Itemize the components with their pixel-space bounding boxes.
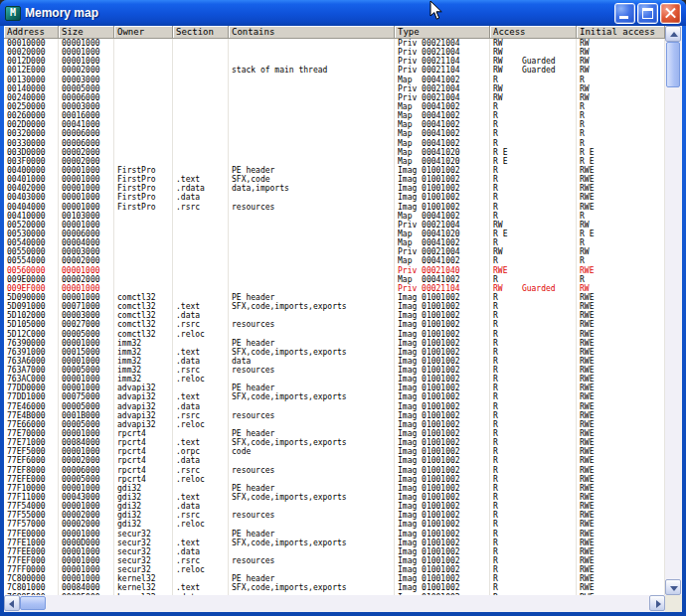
table-row[interactable]: 77EF600000002000rpcrt4.dataImag 01001002… [4,456,665,465]
table-row[interactable]: 77FEE00000001000secur32.dataImag 0100100… [4,547,665,556]
table-row[interactable]: 0040300000001000FirstPro.dataImag 010010… [4,193,665,202]
table-row[interactable]: 77EFE00000005000rpcrt4.relocImag 0100100… [4,475,665,484]
table-row[interactable]: 0024000000006000Priv 00021004RWRW [4,93,665,102]
table-row[interactable]: 0055400000002000Map 00041002RR [4,256,665,265]
table-row[interactable]: 0012E00000002000stack of main threadPriv… [4,66,665,75]
table-row[interactable]: 0041000000103000Map 00041002RR [4,212,665,221]
table-row[interactable]: 0012D00000001000Priv 00021104RW GuardedR… [4,57,665,66]
table-row[interactable]: 77DD000000001000advapi32PE headerImag 01… [4,384,665,392]
table-row[interactable]: 77F5500000002000gdi32.rsrcresourcesImag … [4,511,665,520]
table-row[interactable]: 77DD100000075000advapi32.textSFX,code,im… [4,392,665,401]
close-button[interactable] [660,3,681,24]
table-row[interactable]: 7639100000015000imm32.textSFX,code,impor… [4,348,665,357]
cell: .reloc [173,375,229,384]
scroll-down-button[interactable] [665,579,681,595]
scroll-up-button[interactable] [665,26,681,42]
table-row[interactable]: 5D10200000003000comctl32.dataImag 010010… [4,311,665,320]
table-row[interactable]: 77EF800000006000rpcrt4.rsrcresourcesImag… [4,466,665,475]
cell [114,129,173,138]
table-row[interactable]: 77E7100000084000rpcrt4.textSFX,code,impo… [4,438,665,447]
cell: RWE [577,266,665,275]
table-row[interactable]: 77FEF00000001000secur32.rsrcresourcesIma… [4,556,665,565]
table-row[interactable]: 7639000000001000imm32PE headerImag 01001… [4,339,665,348]
table-row[interactable]: 0014000000005000Priv 00021004RWRW [4,84,665,93]
cell: Imag 01001002 [395,203,490,212]
scroll-left-button[interactable] [4,595,20,611]
table-row[interactable]: 0040000000001000FirstProPE headerImag 01… [4,166,665,175]
table-row[interactable]: 0040100000001000FirstPro.textSFX,codeIma… [4,175,665,184]
table-row[interactable]: 0032000000006000Map 00041002RR [4,129,665,138]
table-row[interactable]: 0002000000001000Priv 00021004RWRW [4,48,665,57]
table-row[interactable]: 0056000000001000Priv 00021040RWERWE [4,266,665,275]
table-row[interactable]: 77E6600000005000advapi32.relocImag 01001… [4,420,665,429]
maximize-button[interactable] [637,3,658,24]
table-row[interactable]: 77F1000000001000gdi32PE headerImag 01001… [4,484,665,493]
table-row[interactable]: 5D09100000071000comctl32.textSFX,code,im… [4,302,665,311]
column-header-section[interactable]: Section [173,26,229,38]
table-row[interactable]: 77F5400000001000gdi32.dataImag 01001002R… [4,502,665,511]
table-row[interactable]: 7C80000000001000kernel32PE headerImag 01… [4,574,665,583]
vertical-scrollbar[interactable] [665,26,682,595]
table-row[interactable]: 77FF000000001000secur32.relocImag 010010… [4,565,665,574]
table-row[interactable]: 763A700000005000imm32.rsrcresourcesImag … [4,366,665,375]
table-row[interactable]: 0054000000004000Map 00041002RR [4,238,665,247]
table-row[interactable]: 77E7000000001000rpcrt4PE headerImag 0100… [4,429,665,438]
table-row[interactable]: 002D000000041000Map 00041002RR [4,120,665,129]
table-row[interactable]: 5D10500000027000comctl32.rsrcresourcesIm… [4,320,665,329]
table-row[interactable]: 5D12C00000005000comctl32.relocImag 01001… [4,330,665,339]
cell: gdi32 [114,520,173,529]
cell: resources [229,411,395,420]
column-header-owner[interactable]: Owner [114,26,173,38]
table-row[interactable]: 77FE000000001000secur32PE headerImag 010… [4,530,665,539]
cell: 00001000 [59,547,114,556]
table-row[interactable]: 5D09000000001000comctl32PE headerImag 01… [4,293,665,302]
table-row[interactable]: 0055000000003000Priv 00021004RWRW [4,247,665,256]
table-row[interactable]: 0052000000001000Priv 00021004RWRW [4,221,665,230]
cell: .reloc [173,520,229,529]
horizontal-scrollbar[interactable] [4,595,682,612]
table-row[interactable]: 0026000000016000Map 00041002RR [4,111,665,120]
table-row[interactable]: 77FE10000000D000secur32.textSFX,code,imp… [4,539,665,547]
window-controls [612,3,681,24]
table-row[interactable]: 0040400000001000FirstPro.rsrcresourcesIm… [4,203,665,212]
table-row[interactable]: 77F5700000002000gdi32.relocImag 01001002… [4,520,665,529]
column-header-address[interactable]: Address [4,26,59,38]
table-row[interactable]: 0013000000003000Map 00041002RR [4,76,665,84]
table-row[interactable]: 7C80100000084000kernel32.textSFX,code,im… [4,583,665,592]
table-row[interactable]: 77EF500000001000rpcrt4.orpccodeImag 0100… [4,447,665,456]
table-row[interactable]: 0033000000006000Map 00041002RR [4,139,665,148]
table-row[interactable]: 009E000000002000Map 00041002RR [4,275,665,284]
table-row[interactable]: 763AC00000001000imm32.relocImag 01001002… [4,375,665,384]
minimize-button[interactable] [614,3,635,24]
cell: 00001000 [59,39,114,48]
table-row[interactable]: 009EF00000001000Priv 00021104RW GuardedR… [4,284,665,293]
table-row[interactable]: 77F1100000043000gdi32.textSFX,code,impor… [4,493,665,502]
title-bar[interactable]: M Memory map [0,0,686,26]
table-row[interactable]: 77E4600000005000advapi32.dataImag 010010… [4,402,665,411]
cell: R [490,420,577,429]
table-row[interactable]: 003F000000002000Map 00041020R ER E [4,157,665,166]
table-row[interactable]: 0040200000001000FirstPro.rdatadata,impor… [4,184,665,193]
horizontal-scroll-thumb[interactable] [20,596,46,610]
vertical-scroll-thumb[interactable] [666,42,680,87]
column-header-size[interactable]: Size [59,26,114,38]
scroll-right-button[interactable] [649,595,665,611]
cell: 76391000 [4,348,59,357]
column-header-contains[interactable]: Contains [229,26,395,38]
cell [229,275,395,284]
table-row[interactable]: 763A600000001000imm32.datadataImag 01001… [4,357,665,366]
table-row[interactable]: 77E4B0000001B000advapi32.rsrcresourcesIm… [4,411,665,420]
vertical-scroll-track[interactable] [665,42,682,579]
table-row[interactable]: 003D000000002000Map 00041020R ER E [4,148,665,157]
table-row[interactable]: 0053000000006000Map 00041020R ER E [4,230,665,238]
cell: Imag 01001002 [395,320,490,329]
cell: RWE [577,565,665,574]
cell: 00006000 [59,93,114,102]
horizontal-scroll-track[interactable] [20,595,649,612]
cell: R [490,502,577,511]
column-header-access[interactable]: Access [490,26,577,38]
table-row[interactable]: 0025000000003000Map 00041002RR [4,102,665,111]
column-header-initial-access[interactable]: Initial access [577,26,665,38]
table-row[interactable]: 0001000000001000Priv 00021004RWRW [4,39,665,48]
column-header-type[interactable]: Type [395,26,490,38]
